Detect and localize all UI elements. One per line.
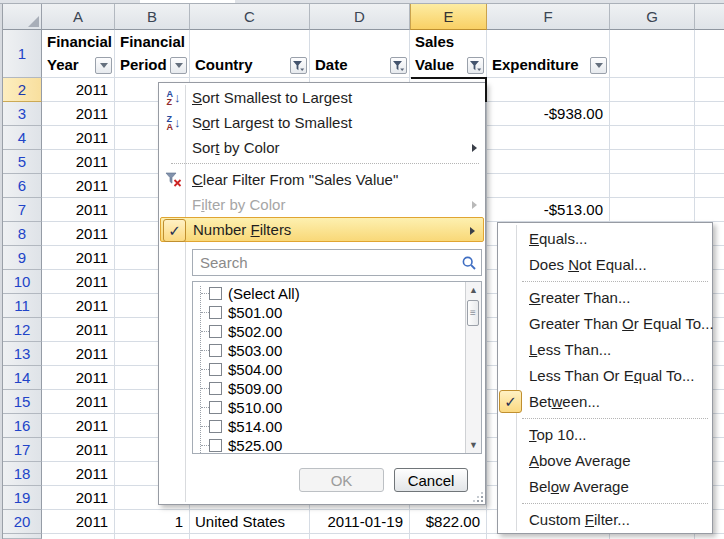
- checkbox-icon[interactable]: [209, 306, 222, 319]
- row-header-10[interactable]: 10: [3, 270, 42, 294]
- cell-a4[interactable]: 2011: [42, 126, 115, 150]
- column-header-a[interactable]: A: [42, 4, 115, 30]
- financial-year-filter-button[interactable]: [95, 57, 112, 74]
- row-header-2[interactable]: 2: [3, 78, 42, 102]
- checkbox-icon[interactable]: [209, 344, 222, 357]
- cell-g2[interactable]: [610, 78, 695, 102]
- search-icon[interactable]: [462, 256, 476, 270]
- row-header-15[interactable]: 15: [3, 390, 42, 414]
- menu-item-sort-largest-to-smallest[interactable]: ZA↓ Sort Largest to Smallest: [159, 110, 485, 135]
- cell-a18[interactable]: 2011: [42, 462, 115, 486]
- cell-g4[interactable]: [610, 126, 695, 150]
- cell-a20[interactable]: 2011: [42, 510, 115, 534]
- cell-a2[interactable]: 2011: [42, 78, 115, 102]
- value-item[interactable]: $509.00: [197, 379, 465, 398]
- cell-h6[interactable]: [695, 174, 724, 198]
- cell-b21[interactable]: [115, 534, 190, 539]
- cell-d21[interactable]: [310, 534, 410, 539]
- menu-item-sort-by-color[interactable]: Sort by Color: [159, 135, 485, 160]
- submenu-item-between-checked[interactable]: ✓ Between...: [498, 389, 712, 415]
- column-header-c[interactable]: C: [190, 4, 310, 30]
- expenditure-filter-button[interactable]: [590, 57, 607, 74]
- sales-value-filter-button-open[interactable]: [467, 57, 484, 74]
- submenu-item-greater-than-or-equal[interactable]: Greater Than Or Equal To...: [498, 311, 712, 337]
- header-cell-financial-period[interactable]: Financial Period: [115, 30, 190, 78]
- list-scrollbar[interactable]: ▲ ≡ ▼: [465, 282, 481, 453]
- header-cell-country[interactable]: Country: [190, 30, 310, 78]
- resize-grip-icon[interactable]: [473, 492, 483, 502]
- value-item[interactable]: $504.00: [197, 360, 465, 379]
- header-cell-sales-value[interactable]: Sales Value: [410, 30, 487, 78]
- column-header-f[interactable]: F: [487, 4, 610, 30]
- cell-b20[interactable]: 1: [115, 510, 190, 534]
- cell-f2[interactable]: [487, 78, 610, 102]
- cancel-button[interactable]: Cancel: [394, 468, 468, 492]
- cell-a10[interactable]: 2011: [42, 270, 115, 294]
- cell-a7[interactable]: 2011: [42, 198, 115, 222]
- submenu-item-less-than[interactable]: Less Than...: [498, 337, 712, 363]
- cell-f21[interactable]: [487, 534, 610, 539]
- row-header-7[interactable]: 7: [3, 198, 42, 222]
- select-all-corner[interactable]: [3, 4, 42, 30]
- cell-a13[interactable]: 2011: [42, 342, 115, 366]
- row-header-9[interactable]: 9: [3, 246, 42, 270]
- checkbox-icon[interactable]: [209, 401, 222, 414]
- menu-item-sort-smallest-to-largest[interactable]: AZ↓ Sort Smallest to Largest: [159, 85, 485, 110]
- cell-f4[interactable]: [487, 126, 610, 150]
- row-header-21[interactable]: [3, 534, 42, 539]
- checkbox-icon[interactable]: [209, 363, 222, 376]
- submenu-item-does-not-equal[interactable]: Does Not Equal...: [498, 252, 712, 278]
- checkbox-icon[interactable]: [209, 382, 222, 395]
- value-item[interactable]: $514.00: [197, 417, 465, 436]
- column-header-d[interactable]: D: [310, 4, 410, 30]
- submenu-item-top-10[interactable]: Top 10...: [498, 422, 712, 448]
- cell-a9[interactable]: 2011: [42, 246, 115, 270]
- cell-e21[interactable]: [410, 534, 487, 539]
- row-header-14[interactable]: 14: [3, 366, 42, 390]
- date-filter-button-active[interactable]: [390, 57, 407, 74]
- submenu-item-equals[interactable]: Equals...: [498, 226, 712, 252]
- cell-g6[interactable]: [610, 174, 695, 198]
- cell-h5[interactable]: [695, 150, 724, 174]
- search-input[interactable]: [193, 254, 462, 271]
- cell-c20[interactable]: United States: [190, 510, 310, 534]
- cell-a3[interactable]: 2011: [42, 102, 115, 126]
- checkbox-icon[interactable]: [209, 325, 222, 338]
- menu-item-clear-filter[interactable]: Clear Filter From "Sales Value": [159, 167, 485, 192]
- submenu-item-less-than-or-equal[interactable]: Less Than Or Equal To...: [498, 363, 712, 389]
- checkbox-icon[interactable]: [209, 287, 222, 300]
- cell-h1[interactable]: [695, 30, 724, 78]
- cell-d20[interactable]: 2011-01-19: [310, 510, 410, 534]
- header-cell-expenditure[interactable]: Expenditure: [487, 30, 610, 78]
- row-header-1[interactable]: 1: [3, 30, 42, 78]
- row-header-6[interactable]: 6: [3, 174, 42, 198]
- row-header-20[interactable]: 20: [3, 510, 42, 534]
- cell-a5[interactable]: 2011: [42, 150, 115, 174]
- cell-a6[interactable]: 2011: [42, 174, 115, 198]
- submenu-item-custom-filter[interactable]: Custom Filter...: [498, 507, 712, 533]
- row-header-5[interactable]: 5: [3, 150, 42, 174]
- row-header-4[interactable]: 4: [3, 126, 42, 150]
- cell-a19[interactable]: 2011: [42, 486, 115, 510]
- row-header-16[interactable]: 16: [3, 414, 42, 438]
- cell-a17[interactable]: 2011: [42, 438, 115, 462]
- scrollbar-thumb[interactable]: ≡: [467, 300, 479, 326]
- checkbox-icon[interactable]: [209, 439, 222, 452]
- row-header-11[interactable]: 11: [3, 294, 42, 318]
- submenu-item-below-average[interactable]: Below Average: [498, 474, 712, 500]
- cell-g3[interactable]: [610, 102, 695, 126]
- row-header-19[interactable]: 19: [3, 486, 42, 510]
- submenu-item-greater-than[interactable]: Greater Than...: [498, 285, 712, 311]
- row-header-3[interactable]: 3: [3, 102, 42, 126]
- cell-f7[interactable]: -$513.00: [487, 198, 610, 222]
- cell-f6[interactable]: [487, 174, 610, 198]
- cell-h2[interactable]: [695, 78, 724, 102]
- row-header-18[interactable]: 18: [3, 462, 42, 486]
- cell-g21[interactable]: [610, 534, 695, 539]
- checkbox-icon[interactable]: [209, 420, 222, 433]
- cell-h7[interactable]: [695, 198, 724, 222]
- cell-a21[interactable]: [42, 534, 115, 539]
- header-cell-date[interactable]: Date: [310, 30, 410, 78]
- value-item[interactable]: $502.00: [197, 322, 465, 341]
- menu-item-number-filters-highlighted[interactable]: ✓ Number Filters: [160, 217, 484, 242]
